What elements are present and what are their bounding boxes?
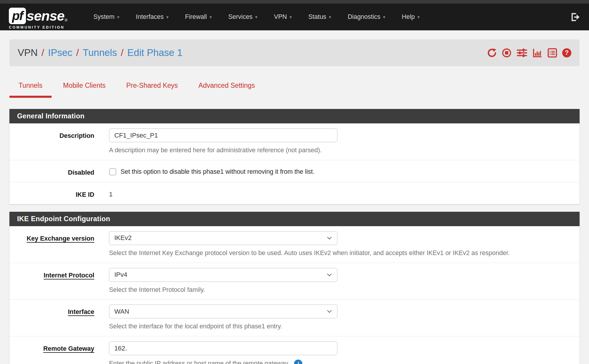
selected-value: IPv4 bbox=[114, 271, 127, 279]
help-icon[interactable]: ? bbox=[562, 48, 571, 57]
remote-gateway-label: Remote Gateway bbox=[9, 341, 94, 364]
tab-tunnels[interactable]: Tunnels bbox=[9, 82, 52, 98]
tab-pre-shared-keys[interactable]: Pre-Shared Keys bbox=[117, 82, 187, 98]
chevron-down-icon: ▾ bbox=[255, 14, 258, 20]
tab-bar: Tunnels Mobile Clients Pre-Shared Keys A… bbox=[9, 82, 580, 98]
top-navbar: pf sense ® COMMUNITY EDITION System▾ Int… bbox=[0, 4, 589, 30]
main-menu: System▾ Interfaces▾ Firewall▾ Services▾ … bbox=[85, 4, 428, 30]
chevron-down-icon: ▾ bbox=[166, 14, 169, 20]
chevron-down-icon bbox=[327, 310, 332, 313]
disabled-checkbox[interactable] bbox=[109, 168, 116, 175]
brand-registered-mark: ® bbox=[65, 18, 67, 22]
key-exchange-version-select[interactable]: IKEv2 bbox=[109, 231, 337, 245]
chevron-down-icon: ▾ bbox=[383, 14, 385, 20]
internet-protocol-help: Select the Internet Protocol family. bbox=[109, 286, 580, 294]
chevron-down-icon: ▾ bbox=[117, 14, 120, 20]
chevron-down-icon bbox=[327, 236, 332, 240]
breadcrumb-bar: VPN / IPsec / Tunnels / Edit Phase 1 bbox=[9, 39, 580, 66]
disabled-label: Disabled bbox=[9, 165, 94, 176]
interface-help: Select the interface for the local endpo… bbox=[109, 323, 580, 330]
form-row-ike-id: IKE ID 1 bbox=[9, 182, 580, 204]
form-row-remote-gateway: Remote Gateway Enter the public IP addre… bbox=[9, 336, 580, 364]
ike-id-value: 1 bbox=[109, 187, 580, 198]
panel-ike-endpoint-configuration: IKE Endpoint Configuration Key Exchange … bbox=[9, 212, 580, 364]
menu-item-services[interactable]: Services▾ bbox=[220, 4, 266, 30]
chevron-down-icon: ▾ bbox=[418, 14, 420, 20]
sliders-icon[interactable] bbox=[517, 48, 527, 58]
logout-icon[interactable] bbox=[570, 13, 580, 21]
menu-item-vpn[interactable]: VPN▾ bbox=[266, 4, 300, 30]
menu-item-firewall[interactable]: Firewall▾ bbox=[177, 4, 220, 30]
tab-mobile-clients[interactable]: Mobile Clients bbox=[54, 82, 115, 98]
log-list-icon[interactable] bbox=[547, 48, 557, 58]
refresh-icon[interactable] bbox=[487, 48, 497, 58]
form-row-key-exchange-version: Key Exchange version IKEv2 Select the In… bbox=[9, 226, 580, 263]
stop-icon[interactable] bbox=[502, 48, 512, 58]
chevron-down-icon: ▾ bbox=[209, 14, 212, 20]
selected-value: WAN bbox=[114, 308, 129, 315]
pf-logo-box: pf bbox=[9, 8, 26, 24]
breadcrumb: VPN / IPsec / Tunnels / Edit Phase 1 bbox=[18, 47, 182, 58]
internet-protocol-label: Internet Protocol bbox=[9, 268, 94, 294]
form-row-disabled: Disabled Set this option to disable this… bbox=[9, 160, 580, 182]
internet-protocol-select[interactable]: IPv4 bbox=[109, 268, 337, 282]
description-label: Description bbox=[9, 128, 94, 154]
chevron-down-icon bbox=[327, 273, 332, 277]
remote-gateway-help: Enter the public IP address or host name… bbox=[109, 360, 580, 364]
interface-select[interactable]: WAN bbox=[109, 305, 337, 318]
panel-general-information: General Information Description A descri… bbox=[9, 109, 580, 204]
menu-item-diagnostics[interactable]: Diagnostics▾ bbox=[339, 4, 394, 30]
breadcrumb-link-tunnels[interactable]: Tunnels bbox=[83, 47, 117, 58]
disabled-checkbox-label: Set this option to disable this phase1 w… bbox=[121, 168, 314, 176]
pfsense-logo[interactable]: pf sense ® COMMUNITY EDITION bbox=[9, 8, 67, 29]
menu-item-status[interactable]: Status▾ bbox=[300, 4, 339, 30]
pfsense-page: pf sense ® COMMUNITY EDITION System▾ Int… bbox=[0, 0, 589, 364]
breadcrumb-vpn: VPN bbox=[18, 47, 38, 58]
key-exchange-version-help: Select the Internet Key Exchange protoco… bbox=[109, 249, 580, 257]
form-row-interface: Interface WAN Select the interface for t… bbox=[9, 300, 580, 336]
page-action-icons: ? bbox=[487, 48, 571, 58]
chevron-down-icon: ▾ bbox=[290, 14, 292, 20]
menu-item-interfaces[interactable]: Interfaces▾ bbox=[128, 4, 177, 30]
section-title: IKE Endpoint Configuration bbox=[9, 212, 580, 226]
menu-item-system[interactable]: System▾ bbox=[85, 4, 128, 30]
interface-label: Interface bbox=[9, 305, 94, 330]
info-icon: i bbox=[294, 360, 302, 364]
description-help: A description may be entered here for ad… bbox=[109, 147, 580, 154]
breadcrumb-link-ipsec[interactable]: IPsec bbox=[48, 47, 72, 58]
brand-sense-text: sense bbox=[27, 8, 64, 24]
selected-value: IKEv2 bbox=[114, 234, 132, 242]
brand-subtitle: COMMUNITY EDITION bbox=[9, 25, 67, 29]
menu-item-help[interactable]: Help▾ bbox=[394, 4, 428, 30]
section-title: General Information bbox=[9, 109, 580, 123]
description-input[interactable] bbox=[109, 128, 337, 142]
form-row-internet-protocol: Internet Protocol IPv4 Select the Intern… bbox=[9, 263, 580, 300]
key-exchange-version-label: Key Exchange version bbox=[9, 231, 94, 257]
form-row-description: Description A description may be entered… bbox=[9, 123, 580, 160]
top-strip bbox=[0, 0, 589, 4]
status-chart-icon[interactable] bbox=[532, 48, 542, 58]
ike-id-label: IKE ID bbox=[9, 187, 94, 198]
breadcrumb-link-edit-phase-1[interactable]: Edit Phase 1 bbox=[127, 47, 182, 58]
remote-gateway-input[interactable] bbox=[109, 341, 337, 355]
chevron-down-icon: ▾ bbox=[329, 14, 331, 20]
tab-advanced-settings[interactable]: Advanced Settings bbox=[189, 82, 264, 98]
